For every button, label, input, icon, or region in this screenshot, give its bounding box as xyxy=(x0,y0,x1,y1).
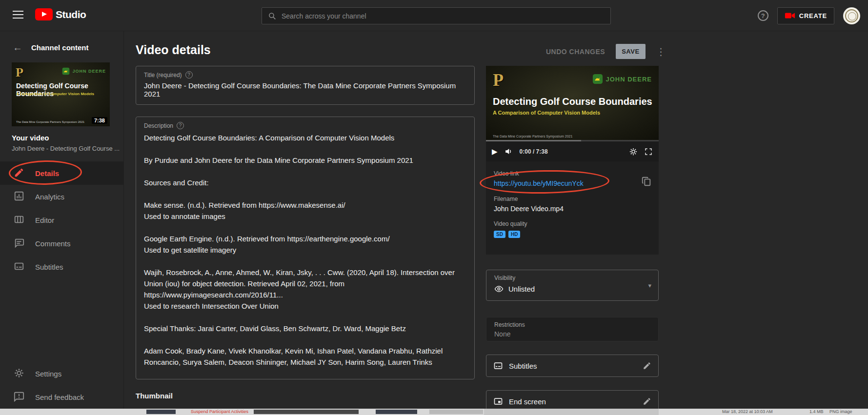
video-title-truncated: John Deere - Detecting Golf Course ... xyxy=(12,145,120,152)
sidebar-item-label: Comments xyxy=(35,239,71,248)
window-fragment xyxy=(254,410,359,414)
thumbnail-subtitle: A Comparison of Computer Vision Models xyxy=(16,92,94,96)
edit-end-screen-pencil-icon[interactable] xyxy=(643,397,651,406)
create-button-label: CREATE xyxy=(799,12,827,20)
john-deere-label: JOHN DEERE xyxy=(606,76,652,83)
search-input[interactable] xyxy=(282,12,605,20)
chevron-down-icon[interactable]: ▾ xyxy=(648,282,651,289)
copy-link-icon[interactable] xyxy=(641,176,652,187)
description-field-label: Description xyxy=(144,122,173,129)
edit-subtitles-pencil-icon[interactable] xyxy=(643,361,651,370)
description-field-value: Detecting Golf Course Boundaries: A Comp… xyxy=(144,132,466,368)
youtube-studio-logo[interactable]: Studio xyxy=(35,8,86,20)
player-controls: ▶ 0:00 / 7:38 xyxy=(486,140,659,161)
sidebar-item-comments[interactable]: Comments xyxy=(0,232,123,255)
account-avatar[interactable] xyxy=(843,7,860,24)
visibility-value-row: Unlisted xyxy=(494,284,650,294)
purdue-p-logo: P xyxy=(16,65,23,80)
visibility-label: Visibility xyxy=(494,275,650,281)
save-button[interactable]: SAVE xyxy=(616,44,645,59)
sidebar-item-editor[interactable]: Editor xyxy=(0,208,123,232)
title-help-icon[interactable]: ? xyxy=(185,71,193,79)
john-deere-deer-icon xyxy=(592,74,603,84)
title-field-value: John Deere - Detecting Golf Course Bound… xyxy=(144,81,466,98)
back-arrow-icon[interactable]: ← xyxy=(13,42,22,53)
john-deere-brand: JOHN DEERE xyxy=(592,74,652,84)
channel-search xyxy=(262,7,611,24)
video-camera-icon xyxy=(785,12,795,20)
sidebar-item-label: Analytics xyxy=(35,193,64,201)
file-type-text: PNG image xyxy=(829,409,852,415)
help-icon[interactable]: ? xyxy=(758,10,768,21)
john-deere-brand: JOHN DEERE xyxy=(62,67,106,75)
subtitles-icon xyxy=(493,361,503,371)
quality-badges: SD HD xyxy=(494,231,651,238)
window-fragment xyxy=(376,410,417,414)
visibility-dropdown[interactable]: Visibility Unlisted ▾ xyxy=(486,270,659,301)
sidebar: ← Channel content P JOHN DEERE Detecting… xyxy=(0,31,124,409)
create-button[interactable]: CREATE xyxy=(777,7,834,24)
player-video-title: Detecting Golf Course Boundaries xyxy=(493,96,652,107)
end-screen-icon xyxy=(493,396,503,406)
subtitles-card-label: Subtitles xyxy=(509,362,637,370)
duration-badge: 7:38 xyxy=(92,117,107,124)
editor-icon xyxy=(14,214,25,226)
player-settings-icon[interactable] xyxy=(629,147,638,156)
channel-content-label: Channel content xyxy=(31,43,89,52)
pencil-icon xyxy=(14,167,25,179)
window-scrollbar-fragment xyxy=(484,409,659,415)
subtitles-card[interactable]: Subtitles xyxy=(486,355,659,377)
end-screen-card-label: End screen xyxy=(509,397,637,406)
filename-label: Filename xyxy=(494,196,651,202)
video-info-box: Video link https://youtu.be/yMI9ecunYck … xyxy=(486,161,659,255)
topbar: Studio ? CREATE xyxy=(0,0,868,31)
fullscreen-icon[interactable] xyxy=(644,147,653,156)
hd-badge: HD xyxy=(508,231,520,238)
video-link[interactable]: https://youtu.be/yMI9ecunYck xyxy=(494,179,584,187)
sidebar-item-subtitles[interactable]: Subtitles xyxy=(0,255,123,278)
title-field[interactable]: Title (required) ? John Deere - Detectin… xyxy=(136,66,475,105)
play-icon[interactable]: ▶ xyxy=(492,147,498,156)
description-field[interactable]: Description ? Detecting Golf Course Boun… xyxy=(136,117,475,379)
eye-icon xyxy=(494,284,504,294)
sidebar-footer: Settings Send feedback xyxy=(0,362,123,409)
sidebar-item-label: Details xyxy=(35,169,59,178)
page-actions: UNDO CHANGES SAVE ⋮ xyxy=(546,44,666,59)
sidebar-item-send-feedback[interactable]: Send feedback xyxy=(0,385,123,409)
purdue-p-logo: P xyxy=(493,70,504,90)
topbar-right-cluster: ? CREATE xyxy=(758,0,860,31)
video-link-label: Video link xyxy=(494,170,651,177)
video-player: P JOHN DEERE Detecting Golf Course Bound… xyxy=(486,66,659,161)
feedback-icon xyxy=(14,391,25,403)
visibility-value: Unlisted xyxy=(508,285,535,293)
sidebar-item-settings[interactable]: Settings xyxy=(0,362,123,385)
restrictions-label: Restrictions xyxy=(494,321,650,328)
sidebar-item-label: Settings xyxy=(35,370,61,378)
sidebar-item-details[interactable]: Details xyxy=(0,161,123,185)
john-deere-label: JOHN DEERE xyxy=(72,69,106,74)
restrictions-value: None xyxy=(494,330,650,338)
window-fragment xyxy=(146,410,176,414)
your-video-label: Your video xyxy=(12,134,49,142)
underlying-window-strip: Suspend Participant Activities Mar 18, 2… xyxy=(0,409,868,415)
file-date-text: Mar 18, 2022 at 10:03 AM xyxy=(722,409,773,415)
description-field-header: Description ? xyxy=(144,122,466,129)
page-title: Video details xyxy=(136,43,211,57)
undo-changes-button[interactable]: UNDO CHANGES xyxy=(546,48,605,56)
volume-icon[interactable] xyxy=(504,147,513,156)
sidebar-item-label: Subtitles xyxy=(35,263,63,271)
window-fragment xyxy=(429,410,483,414)
john-deere-deer-icon xyxy=(62,67,70,75)
hamburger-menu-icon[interactable] xyxy=(13,11,23,20)
sidebar-menu: Details Analytics Editor Comments xyxy=(0,161,123,278)
restrictions-field[interactable]: Restrictions None xyxy=(486,317,659,341)
analytics-icon xyxy=(14,191,25,202)
subtitles-icon xyxy=(14,261,25,273)
description-help-icon[interactable]: ? xyxy=(177,122,184,129)
sidebar-item-label: Send feedback xyxy=(35,393,84,401)
title-field-label: Title (required) xyxy=(144,72,182,79)
video-thumbnail: P JOHN DEERE Detecting Golf Course Bound… xyxy=(12,62,110,126)
kebab-menu-icon[interactable]: ⋮ xyxy=(656,46,666,58)
sidebar-item-analytics[interactable]: Analytics xyxy=(0,185,123,208)
time-display: 0:00 / 7:38 xyxy=(520,148,548,155)
